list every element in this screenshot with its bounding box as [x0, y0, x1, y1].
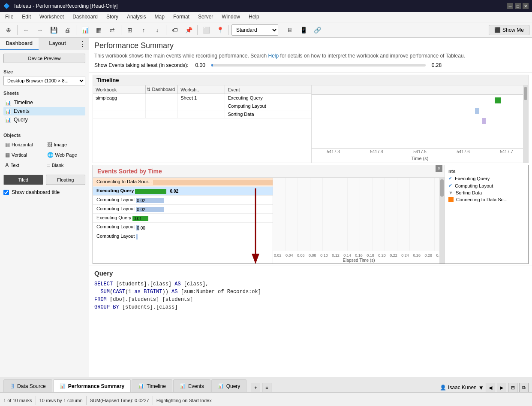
timeline-row-3[interactable]: Sorting Data — [93, 110, 311, 118]
menu-edit[interactable]: Edit — [18, 13, 34, 21]
event-row-computing-1[interactable]: Computing Layout 0.02 — [93, 196, 273, 205]
menu-file[interactable]: File — [2, 13, 17, 21]
event-row-connecting[interactable]: Connecting to Data Sour... 0.28 — [93, 178, 273, 187]
view-dropdown[interactable]: Standard Fit Width Fit Height Entire Vie… — [231, 24, 278, 36]
show-title-checkbox[interactable] — [3, 190, 9, 195]
tiled-button[interactable]: Tiled — [3, 175, 43, 185]
obj-image[interactable]: 🖼 Image — [45, 140, 86, 149]
menu-window[interactable]: Window — [218, 13, 243, 21]
toolbar-share-icon[interactable]: 🔗 — [311, 24, 323, 36]
tab-query[interactable]: 📊 Query — [211, 379, 247, 392]
sheet-events[interactable]: 📊 Events — [3, 107, 85, 115]
menu-format[interactable]: Format — [170, 13, 193, 21]
minimize-button[interactable]: ─ — [507, 3, 513, 9]
nav-next-button[interactable]: ▶ — [497, 383, 506, 392]
menu-help[interactable]: Help — [245, 13, 263, 21]
tab-add-button[interactable]: + — [251, 383, 260, 392]
obj-webpage-label: Web Page — [55, 152, 77, 158]
toolbar-label-icon[interactable]: 🏷 — [169, 24, 181, 36]
tab-events[interactable]: 📊 Events — [173, 379, 210, 392]
menu-story[interactable]: Story — [103, 13, 122, 21]
menu-dashboard[interactable]: Dashboard — [69, 13, 101, 21]
toolbar-swap-icon[interactable]: ⇄ — [106, 24, 118, 36]
tab-timeline[interactable]: 📊 Timeline — [132, 379, 172, 392]
event-row-computing-4[interactable]: Computing Layout — [93, 232, 273, 241]
image-icon: 🖼 — [47, 142, 52, 148]
toolbar-group-icon[interactable]: ⊞ — [124, 24, 136, 36]
events-scrollbar[interactable] — [439, 178, 445, 264]
tab-performance-summary[interactable]: 📊 Performance Summary — [53, 379, 131, 392]
toolbar-present-icon[interactable]: 🖥 — [284, 24, 296, 36]
toolbar-back-button[interactable]: ← — [20, 24, 32, 36]
sheet-query[interactable]: 📊 Query — [3, 115, 85, 124]
toolbar-chart-icon[interactable]: 📊 — [79, 24, 91, 36]
events-close-button[interactable]: ✕ — [436, 165, 442, 172]
tab-data-source[interactable]: 🗄 Data Source — [3, 379, 52, 392]
obj-text[interactable]: A Text — [3, 161, 44, 170]
event-row-executing-1[interactable]: Executing Query 0.02 — [93, 187, 273, 196]
toolbar-forward-button[interactable]: → — [34, 24, 46, 36]
event-row-computing-3[interactable]: Computing Layout 0.00 — [93, 223, 273, 232]
view-list-button[interactable]: ⊞ — [508, 383, 517, 392]
timeline-sheet-icon: 📊 — [5, 100, 11, 106]
menu-server[interactable]: Server — [195, 13, 216, 21]
events-scrollbar-thumb[interactable] — [440, 179, 444, 197]
show-me-button[interactable]: ⬛ Show Me — [489, 25, 529, 35]
tab-dashboard[interactable]: Dashboard — [0, 38, 39, 50]
timeline-table: Workbook ⇅ Dashboard Worksh.. Event simp… — [93, 85, 311, 118]
timeline-scrollbar[interactable] — [523, 85, 528, 163]
obj-horizontal[interactable]: ▦ Horizontal — [3, 140, 44, 149]
cell-event-1: Executing Query — [225, 94, 311, 102]
timeline-row-2[interactable]: Computing Layout — [93, 102, 311, 110]
tab-list-button[interactable]: ≡ — [262, 383, 271, 392]
panel-options-icon[interactable]: ⋮ — [77, 38, 89, 50]
horizontal-icon: ▦ — [5, 142, 10, 148]
toolbar-sep-6 — [228, 25, 229, 35]
nav-prev-button[interactable]: ◀ — [486, 383, 495, 392]
filter-slider[interactable] — [211, 64, 426, 67]
ex-0.12: 0.12 — [332, 253, 340, 258]
floating-button[interactable]: Floating — [46, 175, 86, 185]
menu-analysis[interactable]: Analysis — [123, 13, 150, 21]
toolbar-sort-asc-icon[interactable]: ↑ — [138, 24, 150, 36]
toolbar-sort-desc-icon[interactable]: ↓ — [151, 24, 163, 36]
event-row-computing-2[interactable]: Computing Layout 0.02 — [93, 205, 273, 214]
maximize-button[interactable]: □ — [515, 3, 521, 9]
tab-layout[interactable]: Layout — [39, 38, 77, 50]
toolbar-bar-icon[interactable]: ▦ — [93, 24, 105, 36]
toolbar-device-icon[interactable]: 📱 — [298, 24, 310, 36]
scrollbar-thumb[interactable] — [524, 87, 527, 100]
menu-worksheet[interactable]: Worksheet — [36, 13, 67, 21]
user-dropdown[interactable]: ▼ — [478, 385, 484, 391]
device-preview-button[interactable]: Device Preview — [3, 54, 85, 63]
user-info: 👤 Isaac Kunen ▼ ◀ ▶ ⊞ ⧉ — [440, 383, 529, 392]
toolbar-fit-icon[interactable]: ⬜ — [200, 24, 212, 36]
legend-label-computing: Computing Layout — [455, 183, 493, 188]
toolbar-save-icon[interactable]: 💾 — [48, 24, 60, 36]
obj-blank[interactable]: □ Blank — [45, 161, 86, 170]
toolbar-sep-2 — [76, 25, 76, 35]
col-worksheet: Worksh.. — [178, 85, 225, 94]
obj-vertical[interactable]: ▦ Vertical — [3, 151, 44, 159]
events-wrapper: ✕ Events Sorted by Time Connecting to Da… — [93, 165, 529, 264]
duplicate-button[interactable]: ⧉ — [519, 383, 529, 392]
event-row-executing-2[interactable]: Executing Query 0.01 — [93, 214, 273, 223]
toolbar-print-icon[interactable]: 🖨 — [61, 24, 73, 36]
toolbar-sep-1 — [17, 25, 18, 35]
device-preview-section: Device Preview — [0, 50, 89, 67]
toolbar-pin-icon[interactable]: ⊕ — [3, 24, 15, 36]
menu-map[interactable]: Map — [151, 13, 168, 21]
legend-label-sorting: Sorting Data — [456, 190, 482, 195]
close-button[interactable]: ✕ — [523, 3, 529, 9]
toolbar-annotation-icon[interactable]: 📌 — [183, 24, 195, 36]
sheet-timeline[interactable]: 📊 Timeline — [3, 98, 85, 107]
size-dropdown[interactable]: Desktop Browser (1000 × 8... — [3, 76, 85, 85]
help-link[interactable]: Help — [268, 53, 279, 59]
toolbar-pin2-icon[interactable]: 📍 — [214, 24, 226, 36]
tableau-logo-icon: 🔷 — [3, 3, 10, 9]
obj-webpage[interactable]: 🌐 Web Page — [45, 151, 86, 159]
events-chart: 0.02 0.04 0.06 0.08 0.10 0.12 0.14 0.16 … — [273, 178, 445, 264]
timeline-table-container: Workbook ⇅ Dashboard Worksh.. Event simp… — [93, 85, 312, 163]
event-name-computing-1: Computing Layout — [96, 197, 135, 202]
timeline-row-1[interactable]: simpleagg Sheet 1 Executing Query — [93, 94, 311, 102]
